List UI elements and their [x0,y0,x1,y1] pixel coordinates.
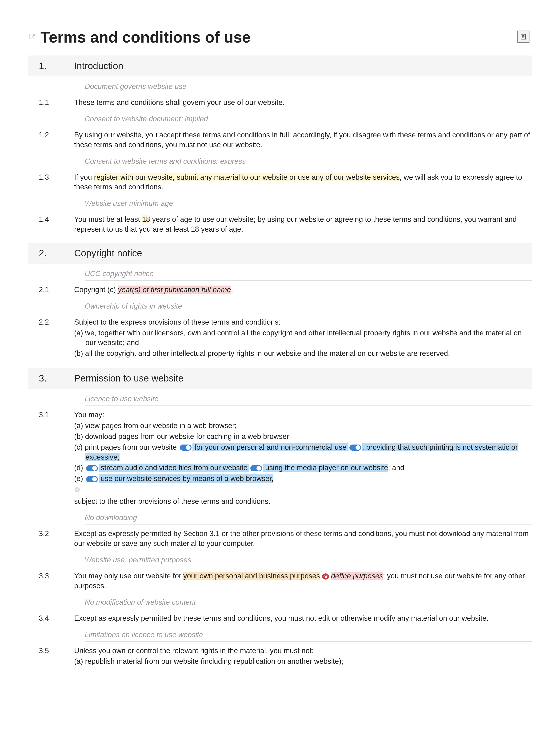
clause-3-5: 3.5 Unless you own or control the releva… [28,643,532,669]
clause-3-3: 3.3 You may only use our website for you… [28,569,532,592]
clause-number: 1.2 [28,130,54,150]
text: Subject to the express provisions of the… [74,318,280,326]
subhead: No downloading [85,507,532,525]
clause-text: Copyright (c) year(s) of first publicati… [54,285,233,295]
clause-number: 3.3 [28,571,54,591]
toggle-switch[interactable] [180,445,191,451]
list-item: (b) download pages from our website for … [74,432,532,441]
list-item: (e) use our website services by means of… [74,474,532,483]
clause-3-4: 3.4 Except as expressly permitted by the… [28,611,532,625]
toggle-switch[interactable] [250,465,262,471]
highlighted-text[interactable]: your own personal and business purposes [183,572,320,580]
highlighted-text[interactable]: using the media player on our website [263,464,388,472]
clause-number: 1.3 [28,172,54,192]
text: You may: [74,411,104,419]
section-number: 1. [28,61,54,71]
section-title: Permission to use website [54,373,183,384]
clause-number: 3.4 [28,613,54,623]
clause-text: These terms and conditions shall govern … [54,98,284,108]
highlighted-text[interactable]: register with our website, submit any ma… [94,173,400,181]
text: (c) print pages from our website [74,443,179,451]
add-item-icon[interactable] [74,484,532,496]
text: (e) [74,474,85,483]
clause-3-1: 3.1 You may: (a) view pages from our web… [28,408,532,507]
clause-text: Subject to the express provisions of the… [54,317,532,359]
highlighted-text[interactable]: stream audio and video files from our we… [99,464,250,472]
toggle-switch[interactable] [86,476,98,482]
clause-number: 3.1 [28,410,54,506]
subhead: Consent to website terms and conditions:… [85,151,532,168]
clause-text: Except as expressly permitted by these t… [54,613,488,623]
clause-1-2: 1.2 By using our website, you accept the… [28,128,532,151]
subhead: Ownership of rights in website [85,296,532,313]
text: Unless you own or control the relevant r… [74,646,314,655]
clause-number: 1.4 [28,214,54,234]
clause-2-2: 2.2 Subject to the express provisions of… [28,315,532,361]
clause-text: Unless you own or control the relevant r… [54,646,343,668]
clause-text: You may: (a) view pages from our website… [54,410,532,506]
highlighted-text[interactable]: 18 [142,215,150,224]
fill-in-field[interactable]: define purposes [331,572,383,580]
text: subject to the other provisions of these… [74,497,270,505]
subhead: Consent to website document: implied [85,109,532,126]
toggle-switch[interactable] [86,465,98,471]
section-title: Introduction [54,61,123,71]
subhead: Licence to use website [85,389,532,406]
subhead: Limitations on licence to use website [85,625,532,642]
highlighted-text[interactable]: for your own personal and non-commercial… [192,443,348,451]
page-title: Terms and conditions of use [40,28,251,46]
text: . [231,286,233,294]
section-2-header: 2. Copyright notice [28,243,532,264]
clause-number: 1.1 [28,98,54,108]
text: (d) [74,464,85,472]
clause-2-1: 2.1 Copyright (c) year(s) of first publi… [28,283,532,296]
clause-number: 2.1 [28,285,54,295]
list-item: (a) republish material from our website … [74,656,343,666]
document-icon [520,33,527,40]
or-chip[interactable]: or [322,573,329,580]
clause-number: 3.2 [28,529,54,549]
section-number: 3. [28,373,54,384]
subhead: UCC copyright notice [85,264,532,281]
fill-in-field[interactable]: year(s) of first publication full name [118,286,231,294]
list-item: (d) stream audio and video files from ou… [74,463,532,473]
subhead: Website use: permitted purposes [85,550,532,567]
clause-text: You may only use our website for your ow… [54,571,532,591]
clause-1-4: 1.4 You must be at least 18 years of age… [28,212,532,236]
text: You must be at least [74,215,142,224]
toggle-switch[interactable] [349,445,361,451]
clause-text: You must be at least 18 years of age to … [54,214,532,234]
clause-1-3: 1.3 If you register with our website, su… [28,170,532,193]
document-button[interactable] [517,31,529,43]
section-3-header: 3. Permission to use website [28,368,532,389]
text: You may only use our website for [74,572,183,580]
clause-text: Except as expressly permitted by Section… [54,529,532,549]
list-item: (b) all the copyright and other intellec… [74,348,532,358]
clause-1-1: 1.1 These terms and conditions shall gov… [28,95,532,109]
external-link-icon[interactable] [28,33,36,41]
subhead: Document governs website use [85,77,532,93]
text: If you [74,173,94,181]
list-item: (a) we, together with our licensors, own… [74,328,532,348]
clause-text: By using our website, you accept these t… [54,130,532,150]
clause-text: If you register with our website, submit… [54,172,532,192]
subhead: No modification of website content [85,592,532,609]
clause-3-2: 3.2 Except as expressly permitted by Sec… [28,527,532,550]
text: Copyright (c) [74,286,118,294]
list-item: (c) print pages from our website for you… [74,442,532,462]
clause-number: 2.2 [28,317,54,359]
subhead: Website user minimum age [85,193,532,210]
text: ; and [388,464,404,472]
highlighted-text[interactable]: use our website services by means of a w… [99,474,274,483]
section-number: 2. [28,248,54,259]
section-1-header: 1. Introduction [28,55,532,77]
clause-number: 3.5 [28,646,54,668]
section-title: Copyright notice [54,248,142,259]
list-item: (a) view pages from our website in a web… [74,421,532,431]
